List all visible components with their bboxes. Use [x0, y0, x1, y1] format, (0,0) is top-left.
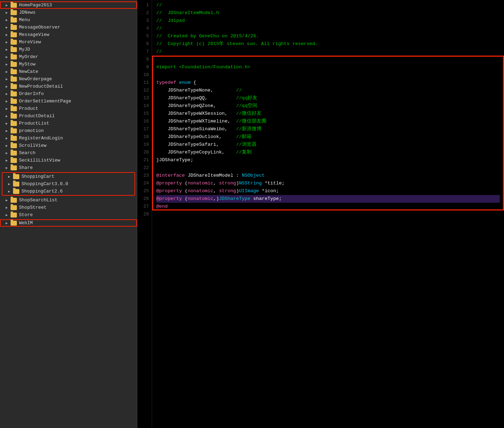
folder-icon: [11, 213, 17, 218]
folder-icon: [11, 198, 17, 203]
sidebar-item-moreview[interactable]: MoreView: [0, 38, 137, 46]
arrow-icon: [4, 10, 9, 15]
arrow-icon: [4, 205, 9, 210]
sidebar-item-store[interactable]: Store: [0, 211, 137, 219]
folder-icon: [11, 143, 17, 148]
sidebar-item-productdetail[interactable]: ProductDetail: [0, 112, 137, 120]
folder-icon: [11, 10, 17, 15]
arrow-icon: [4, 128, 9, 133]
arrow-icon: [7, 189, 12, 194]
folder-icon: [11, 55, 17, 59]
code-content[interactable]: // // JDShareItemModel.h // Jdipad // //…: [152, 0, 504, 428]
arrow-icon: [7, 174, 12, 179]
folder-icon: [11, 114, 17, 119]
arrow-icon: [4, 77, 9, 82]
arrow-icon: [4, 3, 9, 8]
sidebar-item-product[interactable]: Product: [0, 105, 137, 112]
folder-icon: [11, 47, 17, 52]
folder-icon: [11, 84, 17, 89]
folder-icon: [11, 158, 17, 163]
file-navigator[interactable]: HomePage2013 JDNews Menu MessageObserver…: [0, 0, 137, 428]
arrow-icon: [4, 143, 9, 148]
sidebar-item-menu[interactable]: Menu: [0, 16, 137, 24]
folder-icon: [11, 136, 17, 141]
arrow-icon: [4, 40, 9, 45]
sidebar-item-productlist[interactable]: ProductList: [0, 120, 137, 127]
folder-icon: [11, 205, 17, 210]
sidebar-item-shopstreet[interactable]: ShopStreet: [0, 204, 137, 211]
arrow-icon: [4, 62, 9, 67]
folder-icon: [11, 92, 17, 96]
sidebar-item-shopsearchlist[interactable]: ShopSearchList: [0, 196, 137, 204]
folder-icon: [11, 62, 17, 67]
sidebar-item-share[interactable]: Share: [0, 164, 137, 171]
folder-icon: [11, 151, 17, 156]
sidebar-item-shoppingcart[interactable]: ShoppingCart: [2, 173, 134, 180]
arrow-icon: [7, 182, 12, 187]
sidebar-item-newproductdetail[interactable]: NewProductDetail: [0, 83, 137, 90]
sidebar-item-messageview[interactable]: MessageView: [0, 31, 137, 38]
code-editor: 12345 678910 1112131415 1617181920 21222…: [137, 0, 504, 428]
sidebar-item-seckilllistview[interactable]: SeckillListView: [0, 157, 137, 164]
folder-icon: [11, 99, 17, 104]
folder-icon: [11, 40, 17, 45]
arrow-icon: [4, 158, 9, 163]
arrow-icon: [4, 165, 9, 170]
sidebar-item-newcate[interactable]: NewCate: [0, 68, 137, 75]
arrow-icon: [4, 18, 9, 23]
arrow-icon: [4, 47, 9, 52]
arrow-icon: [4, 32, 9, 37]
folder-icon: [11, 69, 17, 74]
sidebar-item-promotion[interactable]: promotion: [0, 127, 137, 134]
folder-icon: [11, 165, 17, 170]
sidebar-item-homepage2013[interactable]: HomePage2013: [0, 1, 137, 9]
arrow-icon: [4, 92, 9, 96]
arrow-icon: [4, 151, 9, 156]
folder-icon: [11, 106, 17, 111]
arrow-icon: [4, 198, 9, 203]
sidebar-item-mystow[interactable]: MyStow: [0, 61, 137, 68]
folder-icon: [13, 182, 19, 187]
arrow-icon: [4, 84, 9, 89]
folder-icon: [11, 121, 17, 126]
arrow-icon: [4, 114, 9, 119]
folder-icon: [11, 3, 17, 8]
arrow-icon: [4, 99, 9, 104]
arrow-icon: [4, 69, 9, 74]
folder-icon: [11, 128, 17, 133]
code-area[interactable]: 12345 678910 1112131415 1617181920 21222…: [137, 0, 504, 428]
sidebar-item-shoppingcart300[interactable]: ShoppingCart3.0.0: [2, 180, 134, 188]
sidebar-item-myjd[interactable]: MyJD: [0, 46, 137, 53]
sidebar-item-orderinfo[interactable]: OrderInfo: [0, 90, 137, 97]
arrow-icon: [4, 55, 9, 59]
sidebar-item-shoppingcart26[interactable]: ShoppingCart2.6: [2, 188, 134, 195]
folder-icon: [11, 18, 17, 23]
line-numbers: 12345 678910 1112131415 1617181920 21222…: [137, 0, 152, 428]
sidebar-item-webim[interactable]: WebIM: [0, 219, 137, 227]
sidebar-item-ordersettlementpage[interactable]: OrderSettlementPage: [0, 97, 137, 105]
sidebar-item-registerandlogin[interactable]: RegisterAndLogin: [0, 134, 137, 142]
folder-icon: [13, 174, 19, 179]
folder-icon: [11, 221, 17, 226]
arrow-icon: [4, 213, 9, 218]
folder-icon: [11, 77, 17, 82]
sidebar-item-neworderpage[interactable]: NewOrderpage: [0, 75, 137, 83]
sidebar-item-myorder[interactable]: MyOrder: [0, 53, 137, 61]
arrow-icon: [4, 106, 9, 111]
sidebar-item-search[interactable]: Search: [0, 149, 137, 157]
sidebar-item-messageobserver[interactable]: MessageObserver: [0, 24, 137, 31]
arrow-icon: [4, 221, 9, 226]
folder-icon: [13, 189, 19, 194]
sidebar-item-scrollview[interactable]: ScrollView: [0, 142, 137, 149]
sidebar-item-jdnews[interactable]: JDNews: [0, 9, 137, 16]
arrow-icon: [4, 25, 9, 30]
folder-icon: [11, 25, 17, 30]
shopping-cart-group: ShoppingCart ShoppingCart3.0.0 ShoppingC…: [2, 172, 135, 196]
folder-icon: [11, 32, 17, 37]
arrow-icon: [4, 121, 9, 126]
arrow-icon: [4, 136, 9, 141]
